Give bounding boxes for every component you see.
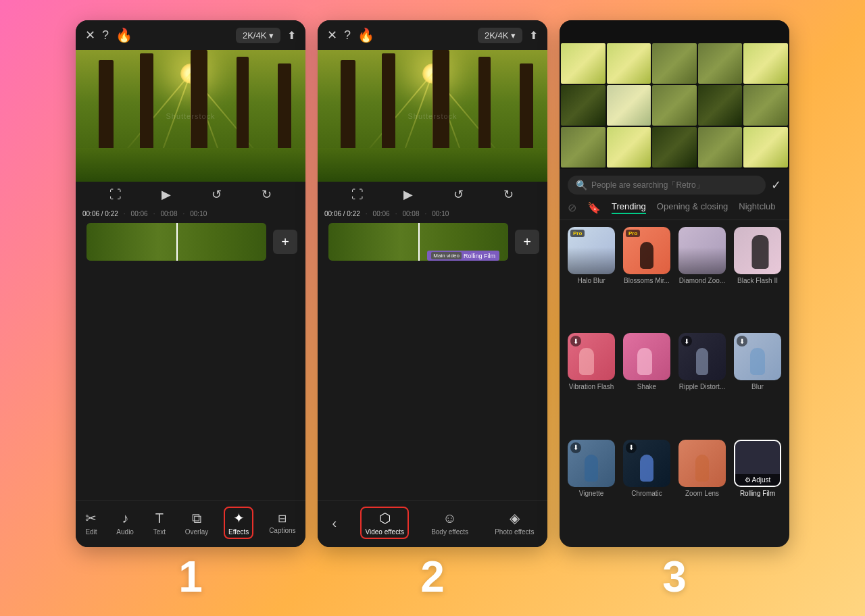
tab-opening-closing[interactable]: Opening & closing — [657, 201, 728, 214]
filmstrip-cell — [561, 43, 606, 84]
effect-ripple[interactable]: ⬇ Ripple Distort... — [677, 333, 727, 434]
effect-halo-blur[interactable]: Pro Halo Blur — [566, 227, 616, 328]
toolbar-photo-effects[interactable]: ◈ Photo effects — [491, 507, 538, 538]
quality-button-2[interactable]: 2K/4K ▾ — [478, 28, 522, 43]
effect-rolling-film[interactable]: ⚙ Adjust Rolling Film — [733, 440, 783, 540]
tab-nightclub[interactable]: Nightclub — [739, 201, 775, 214]
help-icon-2[interactable]: ? — [344, 28, 351, 43]
effect-thumb-vibration: ⬇ — [568, 333, 615, 380]
pro-badge-2: Pro — [626, 230, 640, 237]
toolbar-edit[interactable]: ✂ Edit — [81, 507, 101, 538]
time-mark-2b: 00:08 — [402, 210, 419, 217]
filmstrip-cell — [743, 85, 788, 126]
undo-button[interactable]: ↺ — [212, 187, 222, 202]
check-icon[interactable]: ✓ — [771, 178, 781, 192]
quality-button[interactable]: 2K/4K ▾ — [236, 28, 280, 43]
effect-label-diamond: Diamond Zoo... — [679, 277, 725, 284]
edit-icon: ✂ — [85, 510, 97, 526]
toolbar-text[interactable]: T Text — [149, 508, 170, 538]
effect-shake[interactable]: Shake — [622, 333, 672, 434]
filmstrip-cell — [607, 85, 651, 126]
filmstrip-cell — [652, 85, 697, 126]
bottom-toolbar-1: ✂ Edit ♪ Audio T Text ⧉ Overlay ✦ Effe — [76, 500, 305, 547]
effect-label-chromatic: Chromatic — [631, 490, 662, 497]
toolbar-effects[interactable]: ✦ Effects — [224, 507, 253, 539]
timestamps-2: 00:06 / 0:22 · 00:06 · 00:08 · 00:10 — [318, 210, 547, 217]
timestamps-1: 00:06 / 0:22 · 00:06 · 00:08 · 00:10 — [76, 210, 305, 217]
fullscreen-button[interactable]: ⛶ — [109, 188, 122, 202]
text-icon: T — [155, 511, 164, 526]
effect-blur[interactable]: ⬇ Blur — [733, 333, 783, 434]
help-icon[interactable]: ? — [102, 28, 109, 43]
phone-frame-3: 🔍 ✓ ⊘ 🔖 Trending Opening & closing Night… — [560, 20, 789, 547]
time-mark-3: 00:10 — [190, 210, 207, 217]
back-button[interactable]: ‹ — [327, 513, 343, 534]
photo-effects-label: Photo effects — [495, 528, 534, 536]
redo-button[interactable]: ↻ — [262, 187, 272, 202]
timeline-1: 00:06 / 0:22 · 00:06 · 00:08 · 00:10 + — [76, 207, 305, 266]
effects-icon: ✦ — [233, 510, 245, 526]
upload-icon-2[interactable]: ⬆ — [529, 29, 538, 42]
play-button-2[interactable]: ▶ — [403, 187, 413, 202]
controls-bar-2: ⛶ ▶ ↺ ↻ — [318, 182, 547, 207]
undo-button-2[interactable]: ↺ — [453, 187, 464, 202]
ban-icon[interactable]: ⊘ — [568, 201, 576, 214]
video-effects-icon: ⬡ — [379, 510, 391, 526]
step-number-2: 2 — [420, 555, 445, 598]
time-mark-2c: 00:10 — [432, 210, 449, 217]
effect-thumb-diamond — [678, 227, 726, 274]
effect-black-flash[interactable]: Black Flash II — [733, 227, 783, 328]
search-icon: 🔍 — [576, 180, 587, 190]
panel2-toolbar: ‹ ⬡ Video effects ☺ Body effects ◈ Photo… — [318, 500, 547, 547]
category-tabs: ⊘ 🔖 Trending Opening & closing Nightclub — [560, 201, 789, 220]
main-video-badge: Main video — [431, 252, 462, 259]
effect-chromatic[interactable]: ⬇ Chromatic — [622, 440, 672, 540]
bookmark-icon[interactable]: 🔖 — [587, 201, 601, 214]
effect-thumb-rolling: ⚙ Adjust — [734, 440, 781, 487]
pro-badge: Pro — [570, 230, 585, 237]
captions-icon: ⊟ — [278, 512, 287, 525]
toolbar-audio[interactable]: ♪ Audio — [112, 508, 138, 538]
add-clip-button-2[interactable]: + — [515, 230, 539, 254]
close-icon-2[interactable]: ✕ — [327, 28, 337, 43]
step-number-3: 3 — [662, 555, 687, 598]
fullscreen-button-2[interactable]: ⛶ — [351, 188, 364, 202]
toolbar-overlay[interactable]: ⧉ Overlay — [181, 508, 212, 538]
audio-label: Audio — [116, 528, 134, 536]
effect-diamond[interactable]: Diamond Zoo... — [677, 227, 727, 328]
effect-thumb-vignette: ⬇ — [568, 440, 615, 487]
tab-trending[interactable]: Trending — [612, 201, 646, 214]
dl-badge-chromatic: ⬇ — [626, 442, 637, 453]
search-bar-row: 🔍 ✓ — [560, 169, 789, 201]
effect-vibration[interactable]: ⬇ Vibration Flash — [566, 333, 616, 434]
close-icon[interactable]: ✕ — [85, 28, 95, 43]
toolbar-video-effects[interactable]: ⬡ Video effects — [360, 507, 408, 539]
effect-label-blossom: Blossoms Mir... — [624, 277, 670, 284]
dl-badge-vignette: ⬇ — [570, 442, 581, 453]
timeline-strip-1[interactable] — [86, 223, 266, 261]
timeline-strip-2[interactable]: Main video Rolling Film — [328, 223, 508, 261]
watermark-2: Shutterstock — [407, 112, 457, 120]
search-input-wrap[interactable]: 🔍 — [568, 176, 766, 195]
effect-blossoms[interactable]: Pro Blossoms Mir... — [622, 227, 672, 328]
effects-label: Effects — [228, 528, 249, 536]
body-effects-icon: ☺ — [443, 511, 456, 526]
play-button[interactable]: ▶ — [162, 187, 171, 202]
watermark: Shutterstock — [166, 112, 215, 120]
effect-label-ripple: Ripple Distort... — [679, 383, 725, 390]
effect-vignette[interactable]: ⬇ Vignette — [566, 440, 616, 540]
dl-badge-ripple: ⬇ — [681, 336, 692, 346]
add-clip-button[interactable]: + — [273, 230, 297, 254]
effect-clip[interactable]: Main video Rolling Film — [427, 251, 499, 261]
phone-frame-1: ✕ ? 🔥 2K/4K ▾ ⬆ — [76, 20, 305, 547]
toolbar-captions[interactable]: ⊟ Captions — [265, 509, 299, 537]
empty-area-2 — [318, 266, 547, 500]
upload-icon[interactable]: ⬆ — [287, 29, 296, 42]
time-mark-2: 00:08 — [160, 210, 177, 217]
filmstrip-cell — [652, 127, 697, 168]
toolbar-body-effects[interactable]: ☺ Body effects — [427, 508, 472, 538]
effect-thumb-blackflash — [734, 227, 781, 274]
redo-button-2[interactable]: ↻ — [503, 187, 514, 202]
search-input[interactable] — [591, 180, 758, 190]
effect-zoomlens[interactable]: Zoom Lens — [677, 440, 727, 540]
